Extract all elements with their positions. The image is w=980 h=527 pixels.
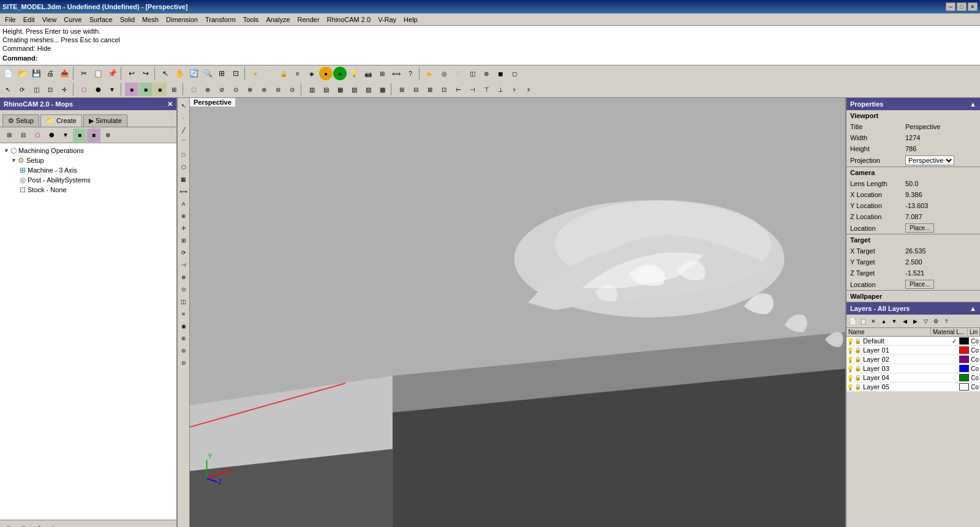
menu-vray[interactable]: V-Ray (374, 15, 400, 24)
tb2-s2[interactable]: ▤ (319, 83, 333, 96)
camera-place-button[interactable]: Place... (905, 223, 934, 233)
tb-grid-btn[interactable]: ⊞ (375, 67, 389, 80)
tb2-e2[interactable]: ⊟ (409, 83, 423, 96)
layer-05-name[interactable]: Layer 05 (861, 383, 959, 391)
layer-05-visible-icon[interactable]: 💡 (846, 384, 854, 391)
tb-rotate[interactable]: 🔄 (187, 67, 200, 80)
tool-group[interactable]: ◫ (178, 296, 189, 307)
tree-machine[interactable]: ⊞ Machine - 3 Axis (2, 165, 174, 175)
rcam-tb6[interactable]: ■ (73, 129, 86, 142)
tb2-mesh3[interactable]: ⊘ (215, 83, 228, 96)
layer-next-btn[interactable]: ▶ (910, 316, 920, 326)
tool-render3[interactable]: ◉ (178, 321, 189, 332)
tb2-mesh6[interactable]: ⊛ (257, 83, 271, 96)
tb-cut[interactable]: ✂ (77, 67, 91, 80)
tb-curve1[interactable]: ⌒ (263, 67, 276, 80)
tool-extra2[interactable]: ⊝ (178, 357, 189, 368)
layer-row-05[interactable]: 💡 🔒 Layer 05 Co (846, 383, 980, 392)
viewport-area[interactable]: Perspective (190, 98, 845, 527)
rcam-tb8[interactable]: ⊕ (101, 129, 115, 142)
layer-default-visible-icon[interactable]: 💡 (846, 338, 854, 345)
tb2-6[interactable]: ⬡ (77, 83, 91, 96)
tb2-8[interactable]: ▼ (105, 83, 119, 96)
tb2-e7[interactable]: ⊤ (480, 83, 493, 96)
layer-row-04[interactable]: 💡 🔒 Layer 04 Co (846, 373, 980, 383)
layer-default-name[interactable]: Default (861, 337, 950, 345)
tb-new[interactable]: 📄 (1, 67, 15, 80)
tb-render3[interactable]: ● (333, 67, 347, 80)
tb-select[interactable]: ↖ (159, 67, 172, 80)
tool-box[interactable]: □ (178, 149, 189, 160)
tb2-4[interactable]: ⊡ (43, 83, 57, 96)
command-input[interactable] (40, 53, 978, 63)
tb2-2[interactable]: ⟳ (15, 83, 29, 96)
tb-point[interactable]: ● (249, 67, 262, 80)
footer-btn1[interactable]: ⊞ (2, 522, 15, 528)
tab-simulate[interactable]: ▶ Simulate (83, 114, 127, 127)
layer-default-color[interactable] (959, 337, 969, 345)
tool-mirror[interactable]: ⊣ (178, 260, 189, 271)
layer-03-name[interactable]: Layer 03 (861, 364, 959, 373)
tool-move[interactable]: ✛ (178, 223, 189, 234)
tb2-block3[interactable]: ■ (153, 83, 167, 96)
menu-mesh[interactable]: Mesh (138, 15, 162, 24)
tb-snap[interactable]: 🔒 (277, 67, 290, 80)
target-place-button[interactable]: Place... (905, 280, 934, 289)
maximize-button[interactable]: □ (957, 2, 967, 11)
layer-03-color[interactable] (959, 365, 969, 372)
layer-up-btn[interactable]: ▲ (879, 316, 889, 326)
tb2-s4[interactable]: ▧ (347, 83, 361, 96)
menu-curve[interactable]: Curve (60, 15, 85, 24)
tb-extra5[interactable]: ⊕ (480, 67, 493, 80)
tree-setup[interactable]: ▼ ⚙ Setup (2, 155, 174, 165)
tb2-s6[interactable]: ▩ (375, 83, 389, 96)
tool-array[interactable]: ⊗ (178, 272, 189, 283)
tb2-5[interactable]: ✛ (58, 83, 71, 96)
tool-surface[interactable]: ⬡ (178, 162, 189, 173)
tool-rotate2[interactable]: ⟳ (178, 247, 189, 258)
menu-help[interactable]: Help (400, 15, 421, 24)
layer-row-02[interactable]: 💡 🔒 Layer 02 Co (846, 355, 980, 364)
layer-new2-btn[interactable]: 📋 (858, 316, 868, 326)
layer-05-color[interactable] (959, 383, 969, 391)
tab-create[interactable]: 📁 Create (40, 114, 82, 127)
layer-04-lock-icon[interactable]: 🔒 (854, 375, 861, 381)
tool-extra1[interactable]: ⊜ (178, 345, 189, 356)
tb-zoom-sel[interactable]: ⊡ (229, 67, 243, 80)
tb-extra6[interactable]: ◼ (494, 67, 507, 80)
prop-projection-dropdown[interactable]: Perspective Parallel (905, 155, 954, 165)
menu-edit[interactable]: Edit (20, 15, 39, 24)
footer-btn3[interactable]: ↺ (31, 522, 45, 528)
tb-extra3[interactable]: ⬡ (451, 67, 465, 80)
tb2-7[interactable]: ⬣ (91, 83, 105, 96)
tb-extra4[interactable]: ◫ (466, 67, 479, 80)
tb-layer[interactable]: ≡ (291, 67, 304, 80)
tb2-1[interactable]: ↖ (1, 83, 15, 96)
menu-surface[interactable]: Surface (86, 15, 116, 24)
tool-osnap[interactable]: ⊕ (178, 211, 189, 222)
layer-02-lock-icon[interactable]: 🔒 (854, 356, 861, 362)
tool-select[interactable]: ↖ (178, 100, 189, 111)
layer-02-name[interactable]: Layer 02 (861, 355, 959, 364)
tb2-mesh4[interactable]: ⊙ (229, 83, 243, 96)
layer-row-default[interactable]: 💡 🔒 Default ✓ Co (846, 337, 980, 346)
tool-transform[interactable]: ⊙ (178, 284, 189, 295)
layer-05-lock-icon[interactable]: 🔒 (854, 384, 861, 390)
layer-prev-btn[interactable]: ◀ (900, 316, 910, 326)
menu-file[interactable]: File (1, 15, 20, 24)
footer-btn2[interactable]: ⊟ (17, 522, 30, 528)
menu-tools[interactable]: Tools (239, 15, 263, 24)
close-button[interactable]: ✕ (968, 2, 978, 11)
tb-pan[interactable]: ✋ (173, 67, 186, 80)
tb-copy[interactable]: 📋 (91, 67, 105, 80)
tb2-block2[interactable]: ■ (139, 83, 153, 96)
tb-export[interactable]: 📤 (58, 67, 71, 80)
layer-01-name[interactable]: Layer 01 (861, 346, 959, 354)
tb-extra2[interactable]: ◎ (437, 67, 451, 80)
tb2-mesh8[interactable]: ⊝ (285, 83, 299, 96)
layer-01-color[interactable] (959, 346, 969, 354)
properties-expand-icon[interactable]: ▲ (970, 100, 976, 108)
layer-03-visible-icon[interactable]: 💡 (846, 365, 854, 372)
layer-new-btn[interactable]: 📄 (848, 316, 858, 326)
tool-line[interactable]: ╱ (178, 125, 189, 136)
